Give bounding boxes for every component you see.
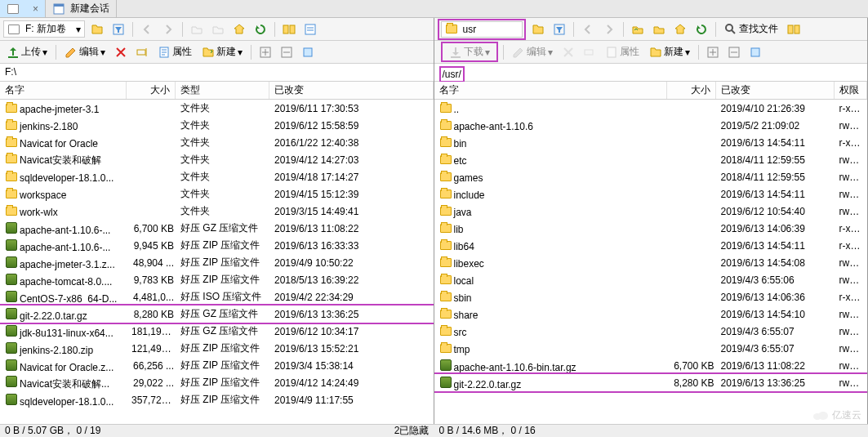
sync-browse-button[interactable] [785, 20, 803, 38]
upload-button[interactable]: 上传 ▾ [3, 45, 51, 59]
table-row[interactable]: apache-tomcat-8.0....9,783 KB好压 ZIP 压缩文件… [0, 271, 434, 288]
edit-button[interactable]: 编辑 ▾ [61, 45, 109, 59]
edit-button[interactable]: 编辑 ▾ [509, 45, 556, 59]
header-permissions[interactable]: 权限 [835, 82, 868, 99]
table-row[interactable]: sqldeveloper-18.1.0...文件夹2019/4/18 17:14… [0, 168, 434, 185]
table-row[interactable]: apache-ant-1.10.6-bin.tar.gz6,700 KB2019… [434, 357, 868, 374]
up-folder-button[interactable] [188, 20, 206, 38]
table-row[interactable]: jenkins-2.180.zip121,492...好压 ZIP 压缩文件20… [0, 340, 434, 357]
table-row[interactable]: jdk-8u131-linux-x64...181,192...好压 GZ 压缩… [0, 323, 434, 340]
compare-button[interactable] [301, 20, 319, 38]
find-files-button[interactable]: 查找文件 [721, 22, 781, 36]
open-folder-button[interactable] [88, 20, 106, 38]
properties-button[interactable]: 属性 [602, 45, 643, 59]
forward-button[interactable] [600, 20, 618, 38]
header-changed[interactable]: 已改变 [269, 82, 434, 99]
table-row[interactable]: CentOS-7-x86_64-D...4,481,0...好压 ISO 压缩文… [0, 288, 434, 305]
table-row[interactable]: lib2019/6/13 14:06:39r-xr-xr-x [434, 220, 868, 237]
rename-button[interactable] [581, 43, 599, 61]
file-changed: 2019/3/15 14:49:41 [271, 206, 432, 217]
table-row[interactable]: sbin2019/6/13 14:06:36r-xr-xr-x [434, 288, 868, 305]
header-name[interactable]: 名字 [434, 82, 667, 99]
remote-folder-selector[interactable]: usr [441, 21, 523, 38]
table-row[interactable]: etc2018/4/11 12:59:55rwxr-xr-x [434, 151, 868, 168]
table-row[interactable]: Navicat for Oracle文件夹2016/1/22 12:40:38 [0, 134, 434, 151]
drive-selector[interactable]: F: 新加卷 ▾ [3, 20, 85, 38]
table-row[interactable]: bin2019/6/13 14:54:11r-xr-xr-x [434, 134, 868, 151]
table-row[interactable]: apache-jmeter-3.1文件夹2019/6/11 17:30:53 [0, 100, 434, 117]
up-folder-button[interactable] [629, 20, 647, 38]
filter-button[interactable] [550, 20, 568, 38]
select-all-button[interactable] [299, 43, 317, 61]
plus-button[interactable] [256, 43, 274, 61]
table-row[interactable]: libexec2019/6/13 14:54:08rwxr-xr-x [434, 254, 868, 271]
file-name: git-2.22.0.tar.gz [2, 307, 128, 322]
table-row[interactable]: sqldeveloper-18.1.0...357,722...好压 ZIP 压… [0, 391, 434, 408]
table-row[interactable]: apache-jmeter-3.1.z...48,904 ...好压 ZIP 压… [0, 254, 434, 271]
table-row[interactable]: git-2.22.0.tar.gz8,280 KB好压 GZ 压缩文件2019/… [0, 305, 434, 323]
minus-button[interactable] [278, 43, 296, 61]
table-row[interactable]: include2019/6/13 14:54:11rwxr-xr-x [434, 185, 868, 203]
plus-button[interactable] [704, 43, 722, 61]
properties-button[interactable]: 属性 [154, 45, 195, 59]
table-row[interactable]: Navicat安装和破解文件夹2019/4/12 14:27:03 [0, 151, 434, 168]
remote-file-list[interactable]: ..2019/4/10 21:26:39r-xr-xr-xapache-ant-… [434, 100, 868, 424]
table-row[interactable]: jenkins-2.180文件夹2019/6/12 15:58:59 [0, 117, 434, 134]
header-changed[interactable]: 已改变 [716, 82, 835, 99]
refresh-button[interactable] [251, 20, 269, 38]
table-row[interactable]: tmp2019/4/3 6:55:07rwxrwxrwx [434, 340, 868, 357]
delete-button[interactable] [559, 43, 577, 61]
file-type: 好压 GZ 压缩文件 [177, 221, 271, 235]
tab-close-icon[interactable]: × [33, 3, 38, 15]
table-row[interactable]: java2019/6/12 10:54:40rwxr-xr-x [434, 203, 868, 220]
table-row[interactable]: apache-ant-1.10.6-...6,700 KB好压 GZ 压缩文件2… [0, 220, 434, 237]
file-type: 好压 ZIP 压缩文件 [177, 273, 271, 287]
rename-button[interactable] [133, 43, 151, 61]
new-button[interactable]: 新建 ▾ [198, 45, 246, 59]
table-row[interactable]: apache-ant-1.10.62019/5/2 21:09:02rwxrwx… [434, 117, 868, 134]
open-folder-button[interactable] [529, 20, 547, 38]
header-size[interactable]: 大小 [127, 82, 176, 99]
file-permissions: r-xr-xr-x [836, 137, 866, 149]
svg-rect-17 [585, 50, 593, 55]
back-button[interactable] [579, 20, 597, 38]
sync-browse-button[interactable] [280, 20, 298, 38]
back-button[interactable] [138, 20, 156, 38]
table-row[interactable]: local2019/4/3 6:55:06rwxr-xr-x [434, 271, 868, 288]
download-button[interactable]: 下载 ▾ [446, 45, 493, 59]
refresh-button[interactable] [692, 20, 710, 38]
table-row[interactable]: work-wlx文件夹2019/3/15 14:49:41 [0, 203, 434, 220]
tab-local[interactable]: × [0, 0, 46, 17]
header-name[interactable]: 名字 [0, 82, 127, 99]
table-row[interactable]: Navicat for Oracle.z...66,256 ...好压 ZIP … [0, 357, 434, 374]
local-file-list[interactable]: apache-jmeter-3.1文件夹2019/6/11 17:30:53je… [0, 100, 434, 424]
table-row[interactable]: lib642019/6/13 14:54:11r-xr-xr-x [434, 237, 868, 254]
home-button[interactable] [230, 20, 248, 38]
table-row[interactable]: workspace文件夹2019/4/15 15:12:39 [0, 185, 434, 203]
select-all-button[interactable] [746, 43, 764, 61]
new-button[interactable]: 新建 ▾ [646, 45, 693, 59]
header-size[interactable]: 大小 [667, 82, 716, 99]
file-permissions: rwxr-xr-x [836, 189, 866, 200]
tab-new-session[interactable]: 新建会话 [46, 0, 117, 17]
root-folder-button[interactable] [650, 20, 668, 38]
forward-button[interactable] [159, 20, 177, 38]
table-row[interactable]: ..2019/4/10 21:26:39r-xr-xr-x [434, 100, 868, 117]
filter-button[interactable] [109, 20, 127, 38]
table-row[interactable]: share2019/6/13 14:54:10rwxr-xr-x [434, 305, 868, 323]
table-row[interactable]: Navicat安装和破解...29,022 ...好压 ZIP 压缩文件2019… [0, 374, 434, 391]
remote-path-bar[interactable]: /usr/ [434, 64, 868, 82]
table-row[interactable]: apache-ant-1.10.6-...9,945 KB好压 ZIP 压缩文件… [0, 237, 434, 254]
local-path-bar[interactable]: F:\ [0, 64, 434, 82]
folder-icon [439, 153, 452, 166]
header-type[interactable]: 类型 [176, 82, 269, 99]
home-button[interactable] [671, 20, 689, 38]
table-row[interactable]: games2018/4/11 12:59:55rwxr-xr-x [434, 168, 868, 185]
file-name: jdk-8u131-linux-x64... [2, 324, 128, 339]
root-folder-button[interactable] [209, 20, 227, 38]
file-changed: 2019/4/9 11:17:55 [271, 395, 432, 406]
table-row[interactable]: git-2.22.0.tar.gz8,280 KB2019/6/13 13:36… [434, 374, 868, 391]
minus-button[interactable] [725, 43, 743, 61]
delete-button[interactable] [112, 43, 130, 61]
table-row[interactable]: src2019/4/3 6:55:07rwxr-xr-x [434, 323, 868, 340]
